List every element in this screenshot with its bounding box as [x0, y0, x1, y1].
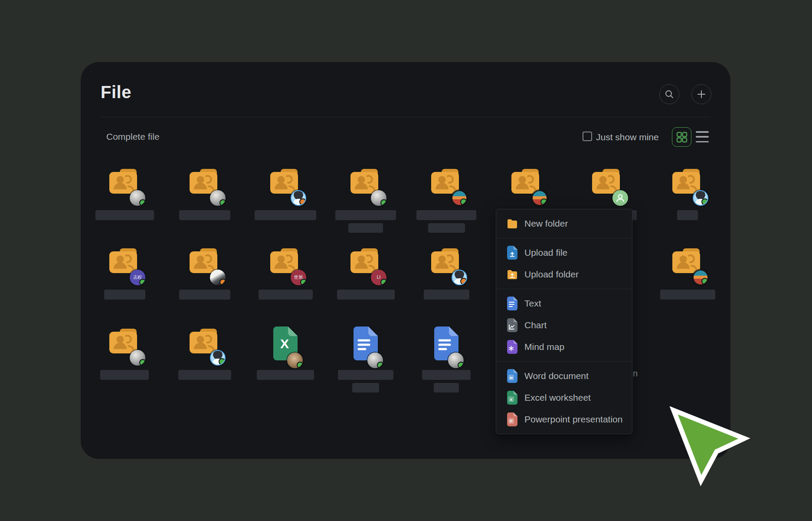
collaborator-avatar — [532, 190, 547, 206]
folder-item[interactable] — [406, 167, 487, 233]
occluded-label-fragment: n — [633, 369, 638, 379]
folder-item[interactable] — [245, 167, 326, 220]
file-ppt-icon: P — [507, 412, 518, 426]
file-text-icon — [507, 297, 518, 310]
add-button[interactable] — [691, 84, 711, 104]
menu-item-upload-folder[interactable]: Upload folder — [496, 264, 632, 285]
label-placeholder-bar — [352, 383, 379, 392]
menu-item-new-folder[interactable]: New folder — [496, 213, 632, 234]
grid-view-button[interactable] — [672, 127, 691, 147]
menu-item-mind-map[interactable]: Mind map — [496, 336, 632, 358]
menu-item-excel-worksheet[interactable]: xExcel worksheet — [496, 387, 632, 409]
menu-item-label: Excel worksheet — [524, 392, 591, 403]
status-dot — [701, 278, 708, 285]
menu-item-label: Powerpoint presentation — [524, 414, 622, 425]
collaborator-avatar — [693, 270, 708, 285]
svg-text:P: P — [510, 419, 513, 423]
label-placeholder-bar — [416, 210, 476, 220]
collaborator-avatar — [612, 190, 628, 206]
svg-text:x: x — [510, 397, 513, 402]
folder-item[interactable] — [647, 167, 728, 220]
label-placeholder-bar — [259, 290, 313, 300]
folder-item[interactable] — [84, 167, 165, 220]
collaborator-avatar — [210, 270, 226, 285]
collaborator-avatar — [693, 190, 708, 206]
label-placeholder-bar — [434, 383, 459, 392]
folder-icon — [507, 217, 518, 231]
collaborator-avatar — [367, 353, 383, 368]
folder-item[interactable] — [406, 246, 487, 300]
label-placeholder-bar — [422, 370, 471, 380]
collaborator-avatar — [210, 350, 226, 366]
menu-item-label: New folder — [524, 218, 568, 229]
folder-item[interactable] — [647, 246, 728, 300]
folder-item[interactable] — [164, 326, 245, 380]
file-chart-icon — [507, 318, 518, 332]
user-icon — [615, 192, 626, 204]
grid-view-icon — [676, 132, 688, 143]
section-label: Complete file — [106, 132, 160, 142]
status-dot — [540, 198, 547, 205]
list-view-button[interactable] — [696, 131, 709, 142]
file-item-excel[interactable]: X — [245, 326, 326, 380]
file-excel-icon: x — [507, 391, 518, 405]
label-placeholder-bar — [257, 370, 314, 380]
svg-text:X: X — [280, 336, 289, 351]
status-dot — [460, 198, 467, 205]
folder-item[interactable] — [325, 167, 406, 233]
search-button[interactable] — [659, 84, 679, 104]
folder-item[interactable]: LI — [325, 246, 406, 300]
label-placeholder-bar — [428, 223, 465, 233]
label-placeholder-bar — [337, 290, 395, 300]
collaborator-avatar — [130, 350, 145, 366]
menu-item-label: Word document — [524, 371, 589, 381]
file-upload-icon — [507, 246, 518, 260]
label-placeholder-bar — [660, 290, 715, 300]
collaborator-avatar — [210, 190, 226, 206]
file-item-doc[interactable] — [406, 326, 487, 392]
folder-upload-icon — [507, 267, 518, 281]
status-dot — [460, 278, 467, 285]
collaborator-avatar — [287, 353, 303, 368]
label-placeholder-bar — [179, 210, 230, 220]
folder-item[interactable]: 世旭 — [245, 246, 326, 300]
status-dot — [139, 279, 145, 285]
status-dot — [299, 198, 306, 205]
menu-item-label: Chart — [524, 320, 547, 330]
status-dot — [458, 362, 464, 368]
label-placeholder-bar — [255, 210, 316, 220]
collaborator-avatar — [371, 190, 386, 206]
status-dot — [219, 358, 226, 365]
collaborator-avatar — [130, 190, 145, 206]
label-placeholder-bar — [335, 210, 396, 220]
folder-item[interactable] — [84, 326, 165, 380]
menu-item-powerpoint-presentation[interactable]: PPowerpoint presentation — [496, 409, 632, 430]
label-placeholder-bar — [677, 210, 698, 220]
label-placeholder-bar — [95, 210, 154, 220]
menu-item-upload-file[interactable]: Upload file — [496, 242, 632, 264]
just-show-mine-label: Just show mine — [596, 132, 659, 142]
folder-item[interactable] — [164, 167, 245, 220]
header-divider — [101, 117, 710, 117]
label-placeholder-bar — [424, 290, 469, 300]
menu-item-label: Upload folder — [524, 269, 579, 280]
context-menu-group: wWord document xExcel worksheet PPowerpo… — [496, 361, 632, 434]
status-dot — [139, 199, 145, 206]
menu-item-word-document[interactable]: wWord document — [496, 365, 632, 387]
folder-item[interactable]: 志程 — [84, 246, 165, 300]
status-dot — [377, 362, 383, 368]
just-show-mine-checkbox[interactable] — [583, 132, 592, 141]
file-item-doc[interactable] — [325, 326, 406, 392]
menu-item-text[interactable]: Text — [496, 293, 632, 314]
plus-icon — [697, 89, 706, 99]
context-menu-group: Upload file Upload folder — [496, 238, 632, 289]
collaborator-avatar: 志程 — [130, 270, 145, 285]
folder-item[interactable] — [164, 246, 245, 300]
label-placeholder-bar — [348, 223, 383, 233]
status-dot — [300, 279, 306, 285]
collaborator-avatar — [452, 270, 467, 285]
menu-item-chart[interactable]: Chart — [496, 314, 632, 336]
context-menu-group: Text Chart Mind map — [496, 289, 632, 361]
label-placeholder-bar — [100, 370, 149, 380]
label-placeholder-bar — [179, 290, 230, 300]
